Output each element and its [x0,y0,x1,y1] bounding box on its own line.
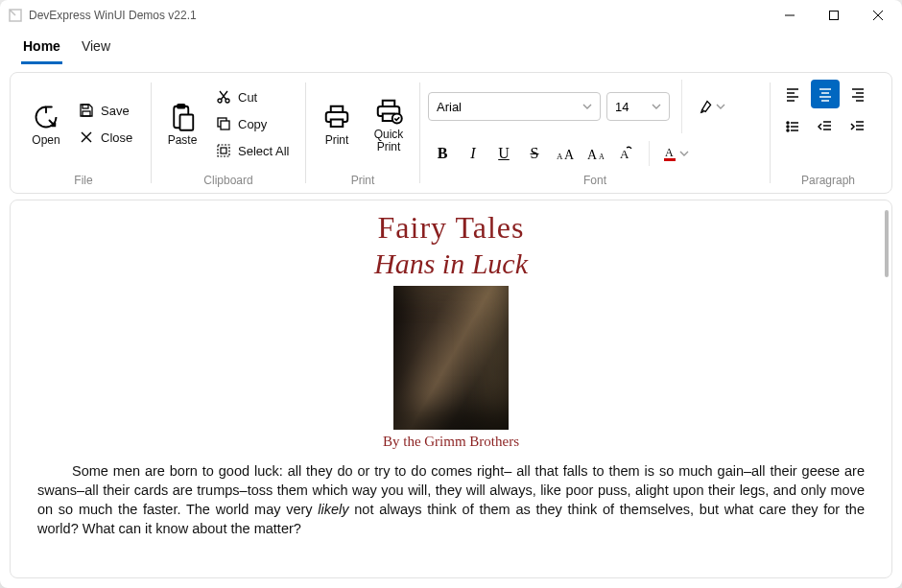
svg-point-45 [787,122,789,124]
group-label-file: File [24,168,143,189]
svg-rect-32 [664,158,676,161]
align-left-button[interactable] [778,80,807,108]
svg-text:A: A [620,147,629,161]
app-logo-icon [8,8,23,23]
svg-rect-9 [178,105,185,108]
svg-rect-23 [383,101,395,106]
svg-point-12 [226,99,229,103]
svg-rect-16 [221,121,229,129]
close-button[interactable] [856,0,900,31]
svg-rect-17 [218,145,229,156]
doc-title: Fairy Tales [37,210,865,246]
svg-point-47 [787,129,789,131]
maximize-button[interactable] [812,0,856,31]
doc-body-paragraph: Some men are born to good luck: all they… [37,461,865,538]
svg-text:A: A [564,148,575,162]
clear-format-button[interactable]: A [612,139,641,168]
group-label-clipboard: Clipboard [159,168,297,189]
svg-rect-1 [830,12,839,20]
svg-point-25 [392,113,402,123]
group-label-print: Print [314,168,412,189]
quick-print-icon [373,96,404,127]
group-label-paragraph: Paragraph [778,168,878,189]
svg-text:A: A [665,146,674,159]
paste-button[interactable]: Paste [159,100,205,147]
paste-icon [167,102,198,132]
chevron-down-icon [679,145,689,162]
font-family-combo[interactable]: Arial [428,92,601,121]
chevron-down-icon [582,100,592,114]
open-button[interactable]: Open [24,100,68,147]
open-icon [31,102,61,132]
doc-image [393,286,509,430]
group-label-font: Font [428,168,762,189]
font-color-button[interactable]: A [657,139,694,168]
svg-point-46 [787,126,789,128]
svg-text:A: A [599,153,605,161]
svg-text:A: A [587,148,598,162]
svg-rect-20 [331,106,344,112]
save-icon [78,102,95,119]
cut-button[interactable]: Cut [211,86,293,107]
save-button[interactable]: Save [74,100,136,121]
chevron-down-icon [716,98,725,115]
grow-font-button[interactable]: AA [551,139,580,168]
align-center-button[interactable] [811,80,840,108]
select-all-icon [215,142,232,159]
italic-button[interactable]: I [459,139,487,168]
quick-print-button[interactable]: Quick Print [366,94,412,153]
copy-button[interactable]: Copy [211,113,293,134]
document-viewport[interactable]: Fairy Tales Hans in Luck By the Grimm Br… [10,200,892,578]
print-icon [321,102,352,132]
select-all-button[interactable]: Select All [211,140,293,161]
svg-rect-4 [83,105,88,108]
shrink-font-button[interactable]: AA [582,139,610,168]
scrollbar-thumb[interactable] [885,210,889,277]
font-size-combo[interactable]: 14 [606,92,670,121]
align-right-button[interactable] [843,80,872,108]
highlight-color-button[interactable] [694,92,730,121]
tab-home[interactable]: Home [21,35,62,64]
svg-text:A: A [557,152,563,161]
doc-author: By the Grimm Brothers [37,434,865,450]
svg-rect-21 [331,120,344,128]
tab-view[interactable]: View [80,35,112,64]
svg-rect-18 [221,148,226,153]
bullet-list-button[interactable] [778,112,807,141]
increase-indent-button[interactable] [843,112,872,141]
close-file-button[interactable]: Close [74,127,136,148]
svg-rect-5 [83,111,90,116]
cut-icon [215,88,232,106]
strikethrough-button[interactable]: S [520,139,549,168]
close-icon [78,129,95,146]
chevron-down-icon [652,100,661,114]
minimize-button[interactable] [768,0,812,31]
doc-subtitle: Hans in Luck [37,247,865,280]
copy-icon [215,115,232,132]
decrease-indent-button[interactable] [811,112,840,141]
svg-rect-10 [180,115,194,130]
print-button[interactable]: Print [314,100,360,147]
svg-point-11 [218,99,222,103]
underline-button[interactable]: U [489,139,518,168]
bold-button[interactable]: B [428,139,457,168]
window-title: DevExpress WinUI Demos v22.1 [29,9,197,22]
